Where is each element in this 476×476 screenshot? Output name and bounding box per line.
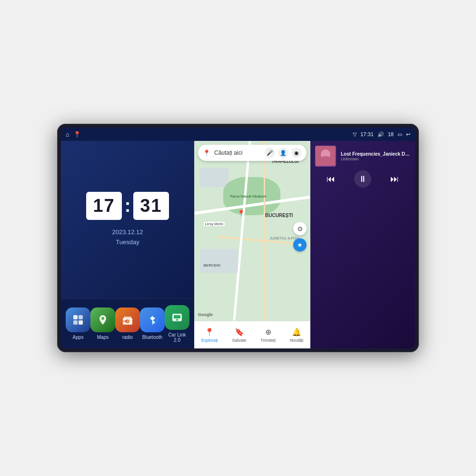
- map-voice-search-btn[interactable]: 🎤: [265, 148, 275, 158]
- back-icon[interactable]: ↩: [406, 131, 410, 138]
- svg-rect-2: [73, 320, 78, 325]
- device-screen: ⌂ 📍 ▽ 17:31 🔊 18 ▭ ↩ 17 :: [61, 128, 415, 348]
- left-panel: 17 : 31 2023.12.12 Tuesday: [61, 141, 194, 348]
- right-panel: TRAPEZULUI BUCUREȘTI JUDEȚUL ILFOV BERCE…: [194, 141, 310, 348]
- map-label-leroy: Leroy Merlin: [204, 222, 225, 226]
- maps-icon: [90, 307, 115, 332]
- status-left: ⌂ 📍: [66, 131, 81, 138]
- svg-text:FM: FM: [123, 320, 128, 323]
- main-content: 17 : 31 2023.12.12 Tuesday: [61, 141, 415, 348]
- map-bottom-bar: 📍 Explorați 🔖 Salvate ⊕ Trimiteți 🔔 Nout…: [194, 321, 310, 348]
- map-nav-news[interactable]: 🔔 Noutăți: [290, 327, 304, 343]
- share-icon: ⊕: [265, 327, 271, 337]
- map-label-berceni: BERCENI: [204, 263, 221, 268]
- map-block-1: [200, 168, 228, 187]
- map-label-parcul: Parcul Natural Văcărești: [227, 195, 269, 198]
- map-label-bucuresti: BUCUREȘTI: [265, 213, 293, 218]
- saved-label: Salvate: [232, 338, 247, 343]
- signal-icon: ▽: [353, 131, 357, 138]
- map-search-icons: 🎤 👤 ◉: [265, 148, 302, 158]
- saved-icon: 🔖: [235, 327, 244, 337]
- car-display-device: ⌂ 📍 ▽ 17:31 🔊 18 ▭ ↩ 17 :: [57, 124, 419, 352]
- map-nav-explore[interactable]: 📍 Explorați: [201, 327, 218, 343]
- carlink-label: Car Link 2.0: [165, 332, 189, 343]
- home-icon[interactable]: ⌂: [66, 131, 69, 138]
- clock-hours: 17: [86, 192, 121, 220]
- battery-icon: ▭: [397, 131, 402, 138]
- svg-rect-3: [79, 320, 83, 325]
- google-logo: Google: [198, 312, 213, 317]
- apps-icon: [66, 307, 90, 332]
- music-title: Lost Frequencies_Janieck Devy-...: [341, 151, 410, 157]
- day-value: Tuesday: [112, 238, 143, 248]
- carlink-icon: [165, 305, 189, 330]
- volume-icon: 🔊: [377, 131, 384, 138]
- app-item-apps[interactable]: Apps: [66, 307, 90, 340]
- svg-rect-8: [124, 317, 131, 318]
- svg-point-4: [101, 317, 104, 320]
- maps-status-icon[interactable]: 📍: [73, 131, 81, 138]
- status-bar: ⌂ 📍 ▽ 17:31 🔊 18 ▭ ↩: [61, 128, 415, 141]
- news-label: Noutăți: [290, 338, 304, 343]
- volume-level: 18: [388, 131, 394, 137]
- map-search-text: Căutați aici: [214, 149, 261, 156]
- maps-search-pin-icon: 📍: [203, 149, 210, 157]
- bluetooth-icon: [140, 307, 165, 332]
- date-value: 2023.12.12: [112, 228, 143, 238]
- music-next-btn[interactable]: ⏭: [386, 170, 403, 188]
- svg-point-16: [320, 156, 331, 164]
- map-location-btn[interactable]: ⊙: [293, 222, 307, 235]
- app-item-maps[interactable]: Maps: [90, 307, 115, 340]
- map-road-vertical-2: [264, 141, 265, 321]
- music-prev-btn[interactable]: ⏮: [322, 170, 339, 188]
- status-time: 17:31: [360, 131, 374, 137]
- svg-point-13: [176, 319, 178, 321]
- music-play-btn[interactable]: ⏸: [354, 170, 371, 188]
- explore-label: Explorați: [201, 338, 218, 343]
- map-nav-share[interactable]: ⊕ Trimiteți: [260, 327, 276, 343]
- radio-label: radio: [122, 335, 133, 340]
- explore-icon: 📍: [205, 327, 214, 337]
- map-search-bar[interactable]: 📍 Căutați aici 🎤 👤 ◉: [198, 145, 307, 161]
- music-top: Lost Frequencies_Janieck Devy-... Unknow…: [315, 146, 410, 167]
- map-pin: 📍: [237, 209, 245, 217]
- map-area[interactable]: TRAPEZULUI BUCUREȘTI JUDEȚUL ILFOV BERCE…: [194, 141, 310, 321]
- status-right: ▽ 17:31 🔊 18 ▭ ↩: [353, 131, 410, 138]
- clock-colon: :: [125, 196, 131, 216]
- radio-icon: FM: [115, 307, 140, 332]
- map-road-vertical-1: [233, 141, 251, 321]
- maps-label: Maps: [97, 335, 109, 340]
- map-block-2: [200, 249, 238, 273]
- apps-label: Apps: [73, 335, 84, 340]
- map-layers-btn[interactable]: ◉: [291, 148, 302, 158]
- music-controls: ⏮ ⏸ ⏭: [315, 170, 410, 188]
- clock-widget: 17 : 31 2023.12.12 Tuesday: [61, 141, 194, 298]
- share-label: Trimiteți: [260, 338, 276, 343]
- news-icon: 🔔: [292, 327, 301, 337]
- music-player: Lost Frequencies_Janieck Devy-... Unknow…: [310, 141, 415, 348]
- clock-date: 2023.12.12 Tuesday: [112, 228, 143, 248]
- music-info: Lost Frequencies_Janieck Devy-... Unknow…: [341, 151, 410, 161]
- map-nav-saved[interactable]: 🔖 Salvate: [232, 327, 247, 343]
- svg-rect-0: [73, 315, 78, 319]
- app-item-bluetooth[interactable]: Bluetooth: [140, 307, 165, 340]
- app-item-carlink[interactable]: Car Link 2.0: [165, 305, 189, 343]
- music-album-art: [315, 146, 336, 167]
- map-account-btn[interactable]: 👤: [278, 148, 288, 158]
- map-background: TRAPEZULUI BUCUREȘTI JUDEȚUL ILFOV BERCE…: [194, 141, 310, 321]
- map-navigate-btn[interactable]: ★: [293, 238, 307, 251]
- music-artist: Unknown: [341, 157, 410, 161]
- clock-minutes: 31: [133, 192, 169, 220]
- map-controls: ⊙ ★: [293, 222, 307, 251]
- svg-rect-1: [79, 315, 83, 319]
- bluetooth-label: Bluetooth: [142, 335, 162, 340]
- clock-display: 17 : 31: [86, 192, 169, 220]
- app-item-radio[interactable]: FM radio: [115, 307, 140, 340]
- apps-bar: Apps Maps: [61, 298, 194, 348]
- svg-rect-12: [174, 315, 180, 318]
